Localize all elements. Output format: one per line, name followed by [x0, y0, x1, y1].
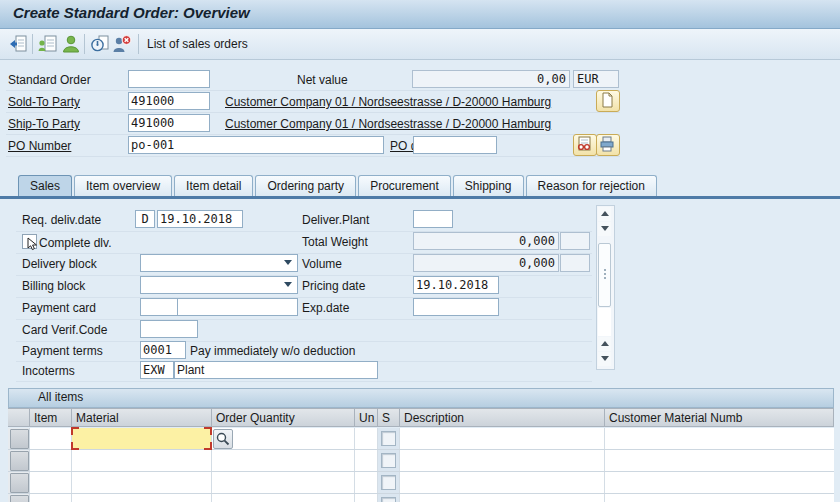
tab-sales[interactable]: Sales	[18, 175, 72, 196]
payment-terms-input[interactable]: 0001	[140, 341, 186, 359]
search-icon	[215, 431, 231, 447]
all-items-header-bar	[8, 388, 834, 408]
order-quantity-cell	[212, 450, 355, 471]
tab-item-overview[interactable]: Item overview	[74, 175, 172, 196]
volume-field: 0,000	[413, 254, 559, 272]
arrow-down-icon	[601, 226, 609, 231]
pricing-date-input[interactable]: 19.10.2018	[413, 276, 499, 294]
material-cell[interactable]	[72, 494, 212, 502]
item-cell	[30, 428, 72, 449]
billing-block-select[interactable]	[140, 276, 298, 294]
currency-field: EUR	[573, 70, 619, 88]
row-selector-button[interactable]	[10, 495, 29, 502]
column-header-selector[interactable]	[8, 408, 30, 427]
reject-document-button[interactable]	[111, 33, 133, 55]
column-header-un[interactable]: Un	[355, 408, 378, 427]
material-search-button[interactable]	[213, 429, 233, 449]
list-of-sales-orders-button[interactable]: List of sales orders	[147, 37, 248, 51]
status-overview-button[interactable]	[89, 33, 111, 55]
exp-date-input[interactable]	[413, 298, 499, 316]
row-separator	[6, 156, 620, 157]
tab-item-detail[interactable]: Item detail	[174, 175, 253, 196]
deliver-plant-input[interactable]	[413, 210, 453, 228]
printer-icon	[597, 142, 617, 156]
sold-to-party-label[interactable]: Sold-To Party	[8, 95, 80, 109]
row-selector-button[interactable]	[10, 429, 29, 449]
payment-card-number-input[interactable]	[177, 298, 298, 316]
card-verif-code-input[interactable]	[140, 320, 198, 338]
create-with-reference-button[interactable]	[37, 33, 59, 55]
payment-card-label: Payment card	[22, 301, 96, 315]
row-selector-button[interactable]	[10, 473, 29, 493]
po-number-input[interactable]: po-001	[128, 136, 384, 154]
card-verif-code-label: Card Verif.Code	[22, 323, 107, 337]
table-row	[8, 494, 834, 502]
description-cell	[400, 494, 605, 502]
s-cell	[378, 428, 400, 449]
po-date-input[interactable]	[413, 136, 497, 154]
output-button[interactable]	[596, 134, 620, 156]
column-header-order-quantity[interactable]: Order Quantity	[212, 408, 355, 427]
focus-corner	[204, 427, 212, 435]
row-selector-button[interactable]	[10, 451, 29, 471]
ship-to-party-input[interactable]: 491000	[128, 114, 210, 132]
scrollbar-thumb[interactable]	[598, 243, 611, 307]
display-customer-button[interactable]	[60, 33, 82, 55]
mouse-cursor-icon	[27, 237, 39, 254]
column-header-description[interactable]: Description	[400, 408, 605, 427]
vertical-scrollbar[interactable]	[596, 205, 615, 370]
total-weight-label: Total Weight	[302, 235, 368, 249]
sold-to-party-input[interactable]: 491000	[128, 92, 210, 110]
po-number-label[interactable]: PO Number	[8, 139, 71, 153]
column-header-item[interactable]: Item	[30, 408, 72, 427]
scrollbar-track-space[interactable]	[598, 308, 611, 336]
material-input-cell[interactable]	[72, 428, 212, 449]
exp-date-label: Exp.date	[302, 301, 349, 315]
delivery-block-select[interactable]	[140, 254, 298, 272]
scroll-page-up-button[interactable]	[598, 337, 611, 351]
create-text-button[interactable]	[596, 90, 620, 112]
scroll-page-down-button[interactable]	[598, 352, 611, 366]
row-checkbox[interactable]	[381, 431, 396, 446]
header-details-button[interactable]	[573, 134, 597, 156]
standard-order-input[interactable]	[128, 70, 210, 88]
pricing-date-label: Pricing date	[302, 279, 365, 293]
chevron-down-icon[interactable]	[284, 282, 292, 287]
total-weight-field: 0,000	[413, 232, 559, 250]
column-header-material[interactable]: Material	[72, 408, 212, 427]
display-document-button[interactable]	[7, 33, 29, 55]
material-cell[interactable]	[72, 472, 212, 493]
complete-dlv-label: Complete dlv.	[39, 236, 111, 250]
req-deliv-date-input[interactable]: 19.10.2018	[157, 210, 243, 228]
arrow-down-icon	[601, 356, 609, 361]
material-cell[interactable]	[72, 450, 212, 471]
incoterms-text-input[interactable]: Plant	[174, 361, 378, 379]
order-quantity-cell[interactable]	[212, 428, 355, 449]
row-checkbox[interactable]	[381, 475, 396, 490]
tab-shipping[interactable]: Shipping	[453, 175, 524, 196]
weight-unit-field	[560, 232, 590, 250]
row-checkbox[interactable]	[381, 453, 396, 468]
scroll-down-button[interactable]	[598, 222, 611, 236]
ship-to-party-label[interactable]: Ship-To Party	[8, 117, 80, 131]
ship-to-party-link[interactable]: Customer Company 01 / Nordseestrasse / D…	[225, 117, 551, 131]
sold-to-party-link[interactable]: Customer Company 01 / Nordseestrasse / D…	[225, 95, 551, 109]
tab-procurement[interactable]: Procurement	[358, 175, 451, 196]
s-cell	[378, 494, 400, 502]
payment-card-type-input[interactable]	[140, 298, 178, 316]
gauge-document-icon	[89, 44, 111, 58]
column-header-customer-material[interactable]: Customer Material Numb	[605, 408, 834, 427]
scroll-up-button[interactable]	[598, 207, 611, 221]
chevron-down-icon[interactable]	[284, 260, 292, 265]
focus-corner	[71, 442, 79, 450]
column-header-s[interactable]: S	[378, 408, 400, 427]
tab-reason-for-rejection[interactable]: Reason for rejection	[526, 175, 657, 196]
focus-corner	[71, 427, 79, 435]
tab-ordering-party[interactable]: Ordering party	[255, 175, 356, 196]
incoterms-input[interactable]: EXW	[140, 361, 174, 379]
row-checkbox[interactable]	[381, 497, 396, 502]
focus-corner	[204, 442, 212, 450]
date-type-input[interactable]: D	[135, 210, 155, 228]
description-cell	[400, 450, 605, 471]
toolbar-separator	[32, 34, 33, 54]
